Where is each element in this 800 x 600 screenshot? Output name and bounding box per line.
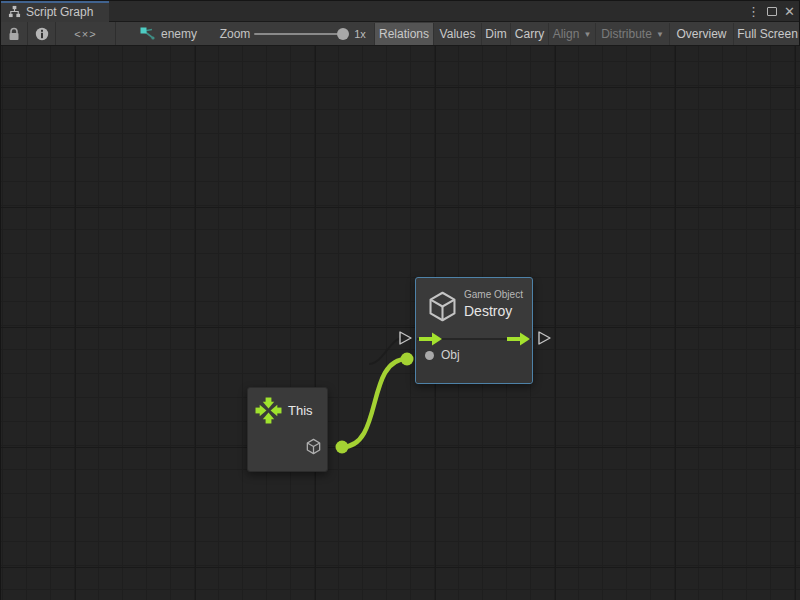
game-object-cube-icon	[426, 290, 459, 323]
this-converge-arrows-icon	[255, 397, 282, 424]
script-graph-asset-icon	[140, 27, 155, 41]
node-header: Game Object Destroy	[464, 289, 523, 319]
graph-hierarchy-icon	[8, 5, 21, 18]
wire-start-dot[interactable]	[336, 441, 349, 454]
maximize-icon[interactable]	[767, 7, 777, 16]
dim-toggle-button[interactable]: Dim	[481, 23, 510, 45]
wire-layer	[1, 46, 800, 600]
chevron-down-icon: ▼	[656, 30, 664, 39]
tab-active-indicator	[1, 1, 109, 3]
full-screen-button[interactable]: Full Screen	[733, 23, 800, 45]
lock-icon	[8, 27, 20, 41]
info-button[interactable]	[28, 22, 56, 45]
relations-toggle-button[interactable]: Relations	[374, 23, 433, 45]
node-destroy[interactable]: Game Object Destroy Obj	[415, 277, 533, 384]
code-preview-button[interactable]: <×>	[56, 22, 116, 45]
align-dropdown-button[interactable]: Align ▼	[548, 23, 595, 45]
zoom-label: Zoom	[215, 22, 255, 45]
obj-port-label: Obj	[441, 348, 460, 362]
node-this[interactable]: This	[247, 387, 328, 472]
window-controls: ⋮ ✕	[747, 1, 795, 22]
info-icon	[35, 27, 49, 41]
close-icon[interactable]: ✕	[784, 1, 795, 22]
script-graph-window: Script Graph ⋮ ✕ <×>	[0, 0, 800, 600]
graph-breadcrumb[interactable]: enemy	[134, 22, 214, 45]
graph-canvas[interactable]: Game Object Destroy Obj	[1, 46, 800, 600]
zoom-value: 1x	[348, 22, 372, 45]
tab-script-graph[interactable]: Script Graph	[1, 1, 109, 22]
menu-icon[interactable]: ⋮	[747, 1, 760, 22]
relation-hint-curve	[369, 338, 403, 364]
values-toggle-button[interactable]: Values	[433, 23, 481, 45]
flow-output-port[interactable]	[507, 331, 531, 347]
node-category: Game Object	[464, 289, 523, 300]
wire-end-dot[interactable]	[401, 353, 414, 366]
carry-toggle-button[interactable]: Carry	[510, 23, 548, 45]
distribute-dropdown-button[interactable]: Distribute ▼	[595, 23, 669, 45]
overview-button[interactable]: Overview	[669, 23, 733, 45]
obj-input-port[interactable]	[425, 351, 434, 360]
zoom-slider[interactable]	[254, 33, 344, 35]
graph-name-label: enemy	[161, 27, 197, 41]
chevron-down-icon: ▼	[583, 30, 591, 39]
cube-output-port[interactable]	[305, 438, 322, 455]
flow-exit-triangle-icon	[539, 332, 550, 344]
flow-input-port[interactable]	[419, 331, 443, 347]
tab-title: Script Graph	[26, 5, 93, 19]
graph-toolbar: <×> enemy Zoom 1x Relations Values D	[1, 22, 799, 46]
flow-entry-triangle-icon	[400, 332, 411, 344]
title-bar: Script Graph ⋮ ✕	[1, 1, 799, 22]
lock-button[interactable]	[1, 22, 28, 45]
angle-brackets-x-icon: <×>	[74, 28, 96, 40]
node-title: Destroy	[464, 303, 523, 319]
connection-wire[interactable]	[342, 359, 407, 447]
node-title: This	[288, 403, 313, 418]
